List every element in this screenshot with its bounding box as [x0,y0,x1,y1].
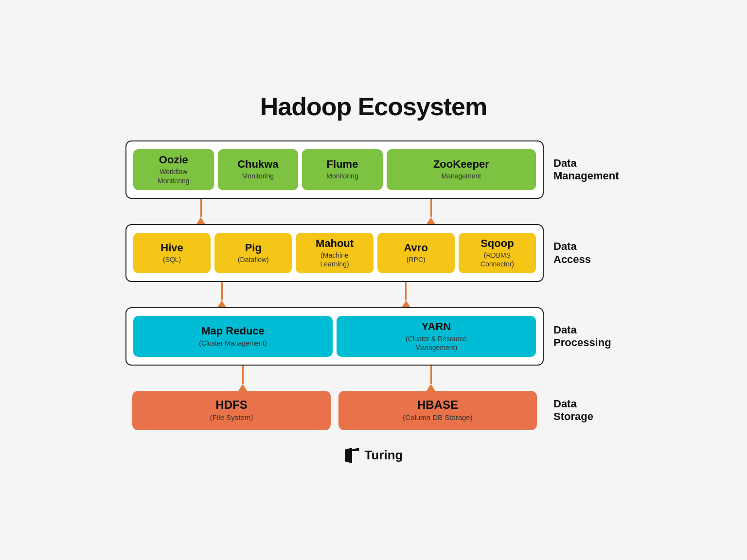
access-row: Hive (SQL) Pig (Dataflow) Mahout (Machin… [125,224,622,282]
mahout-cell: Mahout (MachineLearning) [296,233,373,274]
management-layer-box: Oozie WorkflowMonitering Chukwa Monitori… [125,140,544,199]
hbase-sub: (Column DB Storage) [403,413,472,422]
svg-marker-0 [345,448,352,463]
sqoop-sub: (RDBMSConnector) [480,251,514,268]
zookeeper-cell: ZooKeeper Management [387,149,536,190]
processing-cells: Map Reduce (Cluster Management) YARN (Cl… [133,316,536,357]
storage-row: HDFS (File System) HBASE (Column DB Stor… [125,391,622,430]
mahout-sub: (MachineLearning) [320,251,349,268]
flume-sub: Monitoring [326,172,358,180]
zookeeper-sub: Management [442,172,481,180]
turing-logo-icon [344,448,360,463]
hive-cell: Hive (SQL) [133,233,211,274]
flume-cell: Flume Monitoring [302,149,383,190]
hbase-cell: HBASE (Column DB Storage) [338,391,537,430]
zookeeper-name: ZooKeeper [433,158,489,170]
flume-name: Flume [327,158,358,170]
diagram-area: Oozie WorkflowMonitering Chukwa Monitori… [125,140,622,430]
avro-name: Avro [404,242,428,254]
hdfs-name: HDFS [215,399,247,411]
access-layer-box: Hive (SQL) Pig (Dataflow) Mahout (Machin… [125,224,544,282]
hive-name: Hive [160,242,183,254]
mapreduce-name: Map Reduce [201,325,265,337]
pig-sub: (Dataflow) [238,255,269,264]
hbase-name: HBASE [417,399,458,411]
access-label: DataAccess [544,240,622,266]
hdfs-cell: HDFS (File System) [132,391,331,430]
turing-logo: Turing [344,448,403,463]
hive-sub: (SQL) [163,255,181,264]
management-label: DataManagement [544,157,622,183]
chukwa-name: Chukwa [237,158,278,170]
avro-sub: (RPC) [407,255,426,264]
storage-cells-wrapper: HDFS (File System) HBASE (Column DB Stor… [125,391,544,430]
chukwa-cell: Chukwa Monitoring [218,149,299,190]
access-cells: Hive (SQL) Pig (Dataflow) Mahout (Machin… [133,233,536,274]
arrow-row-3 [125,366,622,391]
mapreduce-cell: Map Reduce (Cluster Management) [133,316,333,357]
page-title: Hadoop Ecosystem [125,92,622,121]
mapreduce-sub: (Cluster Management) [199,339,267,348]
storage-label: DataStorage [544,398,622,423]
arrow-row-2 [125,282,622,307]
chukwa-sub: Monitoring [242,172,274,180]
processing-layer-box: Map Reduce (Cluster Management) YARN (Cl… [125,307,544,366]
storage-cells: HDFS (File System) HBASE (Column DB Stor… [132,391,537,430]
yarn-sub: (Cluster & ResourceManagement) [406,334,467,352]
turing-logo-text: Turing [365,448,403,463]
processing-row: Map Reduce (Cluster Management) YARN (Cl… [125,307,622,366]
management-row: Oozie WorkflowMonitering Chukwa Monitori… [125,140,622,199]
svg-marker-1 [352,448,359,451]
oozie-sub: WorkflowMonitering [158,167,189,185]
pig-cell: Pig (Dataflow) [214,233,292,274]
layers-column: Oozie WorkflowMonitering Chukwa Monitori… [125,140,622,430]
oozie-cell: Oozie WorkflowMonitering [133,149,214,190]
yarn-name: YARN [422,321,451,332]
pig-name: Pig [245,242,262,254]
yarn-cell: YARN (Cluster & ResourceManagement) [337,316,536,357]
management-cells: Oozie WorkflowMonitering Chukwa Monitori… [133,149,536,190]
processing-label: DataProcessing [544,324,622,350]
footer: Turing [125,448,622,463]
oozie-name: Oozie [159,154,188,166]
sqoop-cell: Sqoop (RDBMSConnector) [459,233,536,274]
mahout-name: Mahout [316,238,354,249]
sqoop-name: Sqoop [480,238,514,249]
hdfs-sub: (File System) [210,413,253,422]
avro-cell: Avro (RPC) [377,233,455,274]
arrow-row-1 [125,199,622,224]
page-container: Hadoop Ecosystem Oozie WorkflowMoniterin… [106,77,641,483]
